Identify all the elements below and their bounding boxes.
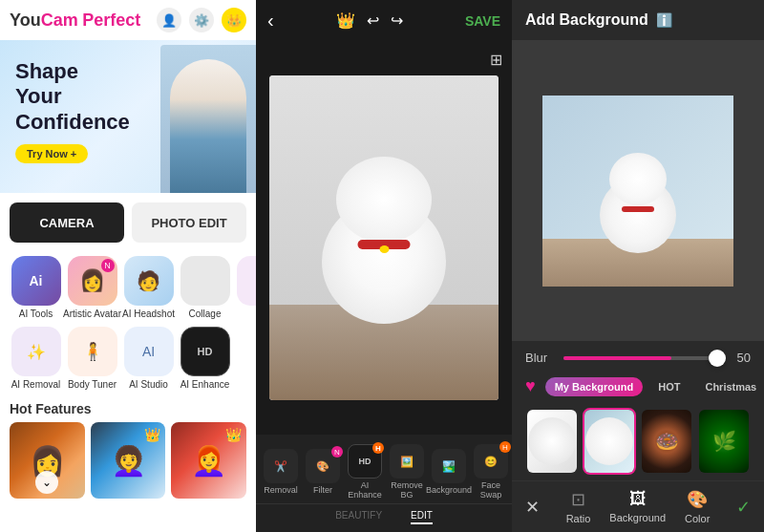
undo-icon[interactable]: ↩ (367, 11, 379, 30)
redo-icon[interactable]: ↪ (391, 11, 403, 30)
bg-thumb-4[interactable]: 🌿 (697, 408, 751, 475)
gear-icon[interactable]: ⚙️ (189, 8, 214, 32)
filter-tool-icon: 🎨 N (306, 449, 340, 483)
bg-preview-image (542, 96, 733, 287)
editor-canvas: ⊞ (256, 41, 512, 435)
banner-title-line3: Confidence (15, 110, 130, 135)
remove-bg-tool-label: Remove BG (386, 480, 428, 500)
editor-header: ‹ 👑 ↩ ↪ SAVE (256, 0, 512, 41)
tab-my-background[interactable]: My Background (545, 377, 644, 396)
collage-label: Collage (189, 309, 222, 319)
logo-perfect: Perfect (82, 11, 140, 30)
expand-icon[interactable]: ⌄ (35, 471, 58, 494)
ai-headshot-label: AI Headshot (122, 309, 175, 319)
promo-banner: Shape Your Confidence Try Now + (0, 40, 256, 193)
editor-tools-row: ✂️ Removal 🎨 N Filter HD H AI Enhance 🖼️ (256, 440, 512, 500)
tool-ai-enhance[interactable]: HD H AI Enhance (344, 444, 386, 500)
tool-background[interactable]: 🏞️ Background (428, 449, 470, 495)
background-tabs: ♥ My Background HOT Christmas Thanksgiv.… (512, 371, 764, 402)
tab-beautify[interactable]: BEAUTIFY (335, 508, 382, 524)
tool-body-tuner[interactable]: 🧍 Body Tuner (66, 327, 118, 390)
hot-features-title: Hot Features (10, 401, 246, 416)
hot-feature-images: 👩 ⌄ 👩‍🦱 👑 👩‍🦰 👑 (10, 416, 246, 499)
tool-ai-tools[interactable]: Ai AI Tools (10, 256, 62, 319)
bg-thumb-2-inner (584, 410, 634, 473)
removal-tool-icon: ✂️ (264, 449, 298, 483)
crown-premium-icon[interactable]: 👑 (336, 11, 355, 30)
cancel-button[interactable]: ✕ (525, 497, 540, 518)
background-header: Add Background ℹ️ (512, 0, 764, 40)
remove-bg-tool-icon: 🖼️ (390, 444, 424, 479)
ai-studio-icon: AI (124, 327, 174, 376)
face-swap-badge: H (499, 441, 511, 453)
color-label: Color (685, 513, 710, 524)
body-tuner-icon: 🧍 (68, 327, 117, 376)
panel-background: Add Background ℹ️ Blur 50 ♥ My Backgroun… (512, 0, 764, 532)
try-now-button[interactable]: Try Now + (15, 144, 88, 163)
profile-icon[interactable]: 👤 (157, 8, 181, 32)
banner-title-line2: Your (15, 84, 130, 109)
tool-ai-headshot[interactable]: 🧑 AI Headshot (122, 256, 175, 319)
ai-tools-icon: Ai (11, 256, 61, 306)
ratio-label: Ratio (566, 513, 591, 524)
ai-enhance-tool-label: AI Enhance (344, 480, 386, 500)
tab-hot[interactable]: HOT (648, 377, 690, 396)
hot-features-section: Hot Features 👩 ⌄ 👩‍🦱 👑 👩‍🦰 👑 (0, 394, 256, 502)
bg-thumb-3[interactable]: 🍩 (640, 408, 693, 475)
crown-icon[interactable]: 👑 (222, 8, 246, 32)
blur-thumb (709, 350, 726, 367)
bg-thumb-1[interactable] (525, 408, 579, 475)
tool-ai-removal[interactable]: ✨ AI Removal (10, 327, 62, 390)
heart-icon[interactable]: ♥ (525, 376, 536, 396)
tool-f[interactable]: F F (235, 256, 256, 319)
hot-image-2[interactable]: 👩‍🦱 👑 (91, 422, 166, 499)
layout-icon[interactable]: ⊞ (490, 51, 502, 69)
tool-remove-bg[interactable]: 🖼️ Remove BG (386, 444, 428, 500)
tool-artistic-avatar[interactable]: 👩 N Artistic Avatar (66, 256, 118, 319)
ai-headshot-icon: 🧑 (124, 256, 174, 306)
hot-crown-badge: 👑 (144, 427, 160, 442)
banner-text: Shape Your Confidence Try Now + (15, 59, 130, 163)
ai-enhance-icon: HD (180, 327, 230, 376)
back-button[interactable]: ‹ (267, 10, 274, 32)
tool-ai-enhance[interactable]: HD AI Enhance (179, 327, 231, 390)
panel3-footer: ✕ ⊡ Ratio 🖼 Background 🎨 Color ✓ (512, 480, 764, 532)
bg-preview-area (512, 40, 764, 341)
tool-ai-studio[interactable]: AI AI Studio (122, 327, 175, 390)
tool-collage[interactable]: Collage (179, 256, 231, 319)
info-icon[interactable]: ℹ️ (656, 12, 672, 28)
tool-filter[interactable]: 🎨 N Filter (302, 449, 344, 495)
blur-value: 50 (727, 351, 751, 365)
main-header: YouCam Perfect 👤 ⚙️ 👑 (0, 0, 256, 40)
bg-thumb-2[interactable] (583, 408, 636, 475)
camera-button[interactable]: CAMERA (10, 202, 124, 243)
f-icon: F (237, 256, 257, 306)
background-tool-label: Background (426, 485, 472, 495)
confirm-button[interactable]: ✓ (736, 497, 751, 518)
tool-face-swap[interactable]: 😊 H Face Swap (470, 444, 512, 500)
tab-christmas[interactable]: Christmas (695, 377, 764, 396)
blur-label: Blur (525, 351, 554, 365)
footer-option-ratio[interactable]: ⊡ Ratio (566, 489, 591, 524)
save-button[interactable]: SAVE (465, 13, 500, 29)
tab-edit[interactable]: EDIT (411, 508, 433, 524)
footer-option-color[interactable]: 🎨 Color (685, 489, 710, 524)
puppy-image (269, 75, 499, 400)
background-thumbnails: 🍩 🌿 (512, 402, 764, 480)
logo-you: You (10, 11, 41, 30)
editor-mode-tabs: BEAUTIFY EDIT (256, 503, 512, 528)
footer-option-background[interactable]: 🖼 Background (609, 489, 666, 524)
tools-row-2: ✨ AI Removal 🧍 Body Tuner AI AI Studio H… (0, 323, 256, 394)
ai-removal-icon: ✨ (11, 327, 61, 376)
tool-removal[interactable]: ✂️ Removal (260, 449, 302, 495)
filter-tool-label: Filter (313, 485, 332, 495)
artistic-avatar-label: Artistic Avatar (63, 309, 121, 319)
filter-badge: N (331, 446, 343, 458)
blur-slider[interactable] (563, 356, 717, 360)
bg-thumb-1-inner (527, 410, 577, 473)
tools-row-1: Ai AI Tools 👩 N Artistic Avatar 🧑 AI Hea… (0, 252, 256, 323)
header-icons: 👤 ⚙️ 👑 (157, 8, 246, 32)
hot-image-1[interactable]: 👩 ⌄ (10, 422, 85, 499)
photo-edit-button[interactable]: PHOTO EDIT (132, 202, 246, 243)
hot-image-3[interactable]: 👩‍🦰 👑 (171, 422, 246, 499)
